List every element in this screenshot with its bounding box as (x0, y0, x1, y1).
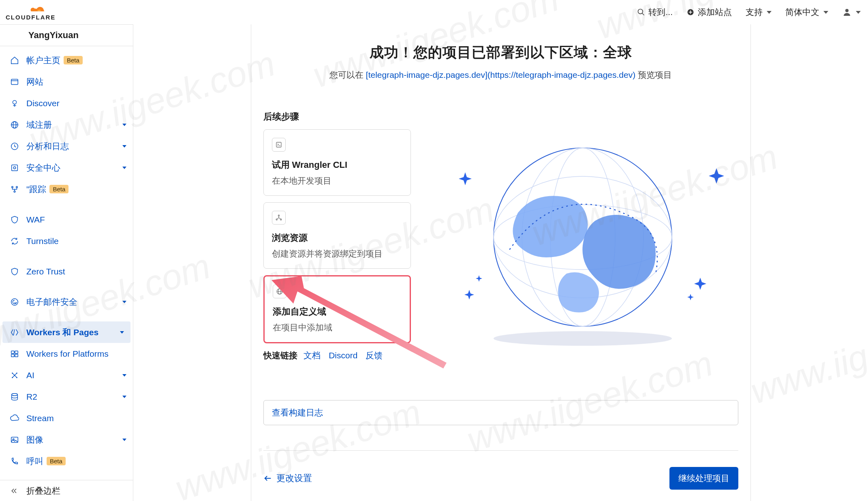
sidebar-list: 帐户主页Beta网站Discover域注册分析和日志安全中心"跟踪BetaWAF… (0, 46, 133, 480)
sidebar-item-analytics[interactable]: 分析和日志 (0, 135, 133, 157)
beta-badge: Beta (47, 457, 66, 465)
user-icon (842, 7, 852, 17)
collapse-icon (10, 487, 19, 495)
language-menu[interactable]: 简体中文 (785, 6, 828, 18)
svg-point-20 (14, 191, 15, 192)
collapse-sidebar[interactable]: 折叠边栏 (0, 480, 133, 501)
sidebar-item-label: Workers for Platforms (26, 349, 126, 359)
sidebar-item-label: 安全中心 (26, 162, 122, 173)
cloudflare-logo[interactable]: CLOUDFLARE (6, 3, 66, 21)
search-icon (637, 8, 645, 16)
sidebar-item-r2[interactable]: R2 (0, 386, 133, 407)
support-label: 支持 (746, 6, 763, 18)
sidebar-item-label: AI (26, 370, 122, 380)
svg-rect-16 (12, 165, 18, 171)
sidebar-item-zero-trust[interactable]: Zero Trust (0, 261, 133, 282)
globe-illustration (427, 129, 738, 361)
card-title: 浏览资源 (272, 232, 402, 244)
card-wrangler[interactable]: 试用 Wrangler CLI在本地开发项目 (263, 129, 411, 196)
domain-reg-icon (10, 120, 19, 129)
workers-platforms-icon (10, 349, 19, 358)
quick-link-discord[interactable]: Discord (329, 351, 357, 360)
sidebar-item-label: 网站 (26, 76, 126, 88)
quick-links-label: 快速链接 (263, 351, 297, 360)
beta-badge: Beta (64, 56, 83, 64)
svg-rect-25 (15, 354, 18, 356)
svg-point-9 (13, 100, 16, 104)
goto-label: 转到... (648, 6, 673, 18)
email-security-icon (10, 298, 19, 306)
svg-rect-22 (11, 351, 14, 353)
sidebar-item-label: 帐户主页Beta (26, 55, 126, 66)
svg-rect-23 (15, 351, 18, 353)
svg-line-32 (15, 373, 17, 375)
goto-search[interactable]: 转到... (637, 6, 673, 18)
sidebar-item-websites[interactable]: 网站 (0, 71, 133, 92)
sidebar-item-waf[interactable]: WAF (0, 209, 133, 230)
footer-actions: 更改设置 继续处理项目 (263, 450, 738, 490)
sidebar-item-trace[interactable]: "跟踪Beta (0, 178, 133, 200)
add-site-label: 添加站点 (698, 6, 732, 18)
sidebar-item-label: 电子邮件安全 (26, 296, 122, 308)
card-custom-domain[interactable]: 添加自定义域在项目中添加域 (263, 275, 411, 343)
sidebar-item-turnstile[interactable]: Turnstile (0, 230, 133, 252)
analytics-icon (10, 142, 19, 151)
security-center-icon (10, 163, 19, 172)
chevron-down-icon (122, 374, 126, 377)
beta-badge: Beta (49, 185, 68, 193)
chevron-down-icon (122, 439, 126, 441)
svg-point-6 (845, 9, 849, 12)
sidebar-item-label: Workers 和 Pages (26, 327, 120, 338)
sidebar-item-stream[interactable]: Stream (0, 407, 133, 429)
topbar: CLOUDFLARE 转到... 添加站点 支持 简体中文 (0, 0, 868, 24)
card-desc: 在项目中添加域 (273, 322, 402, 333)
workers-pages-icon (10, 328, 19, 337)
sidebar-item-label: "跟踪Beta (26, 184, 126, 195)
sidebar-item-label: Turnstile (26, 236, 126, 246)
account-name[interactable]: YangYixuan (0, 24, 133, 46)
svg-point-41 (276, 219, 277, 220)
language-label: 简体中文 (785, 6, 819, 18)
sidebar-item-workers-platforms[interactable]: Workers for Platforms (0, 343, 133, 364)
sidebar-item-workers-pages[interactable]: Workers 和 Pages (2, 321, 130, 343)
sidebar-item-email-security[interactable]: 电子邮件安全 (0, 291, 133, 313)
svg-line-31 (13, 373, 15, 375)
caret-down-icon (856, 11, 861, 14)
card-browse-resources[interactable]: 浏览资源创建资源并将资源绑定到项目 (263, 202, 411, 269)
chevron-down-icon (122, 301, 126, 303)
sidebar: YangYixuan 帐户主页Beta网站Discover域注册分析和日志安全中… (0, 24, 133, 501)
card-desc: 创建资源并将资源绑定到项目 (272, 248, 402, 259)
quick-link-docs[interactable]: 文档 (304, 351, 321, 360)
support-menu[interactable]: 支持 (746, 6, 772, 18)
svg-line-33 (13, 375, 15, 378)
back-change-settings[interactable]: 更改设置 (263, 472, 312, 484)
sidebar-item-ai[interactable]: AI (0, 364, 133, 386)
sidebar-item-security-center[interactable]: 安全中心 (0, 157, 133, 178)
card-title: 添加自定义域 (273, 306, 402, 318)
hero-subtitle: 您可以在 [telegraph-image-djz.pages.dev](htt… (263, 69, 738, 81)
svg-point-35 (12, 393, 18, 396)
r2-icon (10, 392, 19, 401)
user-menu[interactable] (842, 7, 861, 17)
sidebar-item-label: R2 (26, 392, 122, 402)
quick-link-feedback[interactable]: 反馈 (366, 351, 383, 360)
quick-links: 快速链接 文档 Discord 反馈 (263, 350, 411, 361)
waf-icon (10, 215, 19, 224)
zero-trust-icon (10, 267, 19, 276)
sidebar-item-images[interactable]: 图像 (0, 429, 133, 450)
calls-icon (10, 457, 19, 466)
svg-text:CLOUDFLARE: CLOUDFLARE (6, 14, 56, 21)
preview-link[interactable]: [telegraph-image-djz.pages.dev](https://… (366, 70, 635, 79)
svg-point-42 (280, 219, 281, 220)
sidebar-item-discover[interactable]: Discover (0, 92, 133, 114)
sidebar-item-home[interactable]: 帐户主页Beta (0, 49, 133, 71)
add-site[interactable]: 添加站点 (686, 6, 732, 18)
sidebar-item-domain-reg[interactable]: 域注册 (0, 114, 133, 135)
card-title: 试用 Wrangler CLI (272, 159, 402, 171)
home-icon (10, 56, 19, 65)
continue-button[interactable]: 继续处理项目 (669, 467, 738, 490)
view-build-log[interactable]: 查看构建日志 (263, 400, 738, 425)
sidebar-item-label: Zero Trust (26, 267, 126, 276)
sidebar-item-calls[interactable]: 呼叫Beta (0, 450, 133, 472)
chevron-down-icon (122, 396, 126, 398)
